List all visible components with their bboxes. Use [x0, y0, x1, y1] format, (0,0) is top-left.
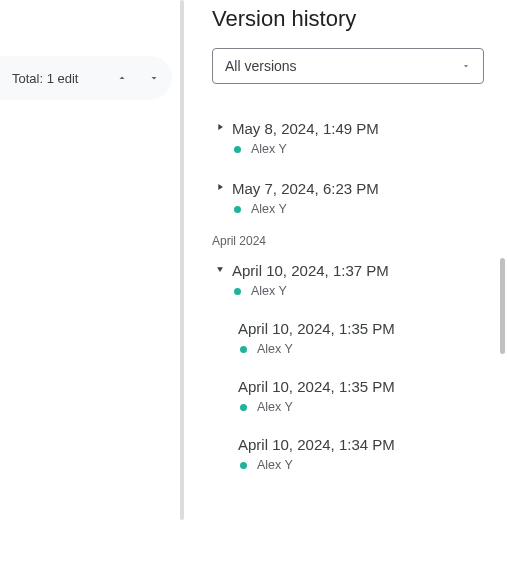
total-edits-panel: Total: 1 edit: [0, 56, 172, 100]
author-name: Alex Y: [251, 202, 287, 216]
expand-toggle[interactable]: [212, 182, 228, 192]
version-date: May 7, 2024, 6:23 PM: [232, 178, 379, 200]
version-content: April 10, 2024, 1:35 PM Alex Y: [238, 318, 491, 356]
sub-version-list: April 10, 2024, 1:35 PM Alex Y April 10,…: [228, 312, 491, 478]
author-name: Alex Y: [257, 400, 293, 414]
author-name: Alex Y: [257, 458, 293, 472]
next-edit-button[interactable]: [144, 68, 164, 88]
edit-nav-buttons: [112, 68, 164, 88]
version-content: April 10, 2024, 1:34 PM Alex Y: [238, 434, 491, 472]
chevron-up-icon: [116, 72, 128, 84]
author-color-dot: [240, 462, 247, 469]
author-name: Alex Y: [251, 284, 287, 298]
author-row: Alex Y: [240, 400, 491, 414]
author-row: Alex Y: [234, 284, 389, 298]
author-color-dot: [234, 288, 241, 295]
total-edits-label: Total: 1 edit: [12, 71, 79, 86]
author-row: Alex Y: [234, 202, 379, 216]
author-row: Alex Y: [240, 342, 491, 356]
version-history-panel: Version history All versions May 8, 2024…: [196, 0, 507, 562]
dropdown-caret-icon: [461, 61, 471, 71]
chevron-down-icon: [148, 72, 160, 84]
panel-divider: [180, 0, 184, 520]
author-row: Alex Y: [234, 142, 379, 156]
version-item[interactable]: May 7, 2024, 6:23 PM Alex Y: [212, 172, 491, 222]
version-item[interactable]: May 8, 2024, 1:49 PM Alex Y: [212, 112, 491, 162]
version-date: April 10, 2024, 1:35 PM: [238, 376, 491, 398]
version-filter-dropdown[interactable]: All versions: [212, 48, 484, 84]
sub-version-item[interactable]: April 10, 2024, 1:34 PM Alex Y: [228, 428, 491, 478]
prev-edit-button[interactable]: [112, 68, 132, 88]
version-date: April 10, 2024, 1:37 PM: [232, 260, 389, 282]
dropdown-selected-label: All versions: [225, 58, 297, 74]
version-content: April 10, 2024, 1:35 PM Alex Y: [238, 376, 491, 414]
scrollbar-thumb[interactable]: [500, 258, 505, 354]
author-name: Alex Y: [257, 342, 293, 356]
panel-title: Version history: [212, 6, 491, 32]
author-name: Alex Y: [251, 142, 287, 156]
version-date: May 8, 2024, 1:49 PM: [232, 118, 379, 140]
version-item-expanded[interactable]: April 10, 2024, 1:37 PM Alex Y: [212, 254, 491, 304]
sub-version-item[interactable]: April 10, 2024, 1:35 PM Alex Y: [228, 370, 491, 420]
version-content: May 8, 2024, 1:49 PM Alex Y: [232, 118, 379, 156]
author-color-dot: [240, 346, 247, 353]
collapse-toggle[interactable]: [212, 264, 228, 274]
version-content: May 7, 2024, 6:23 PM Alex Y: [232, 178, 379, 216]
caret-down-icon: [215, 264, 225, 274]
sub-version-item[interactable]: April 10, 2024, 1:35 PM Alex Y: [228, 312, 491, 362]
author-color-dot: [240, 404, 247, 411]
author-color-dot: [234, 146, 241, 153]
author-row: Alex Y: [240, 458, 491, 472]
author-color-dot: [234, 206, 241, 213]
version-date: April 10, 2024, 1:35 PM: [238, 318, 491, 340]
version-content: April 10, 2024, 1:37 PM Alex Y: [232, 260, 389, 298]
caret-right-icon: [215, 182, 225, 192]
caret-right-icon: [215, 122, 225, 132]
expand-toggle[interactable]: [212, 122, 228, 132]
version-date: April 10, 2024, 1:34 PM: [238, 434, 491, 456]
month-group-header: April 2024: [212, 234, 491, 248]
